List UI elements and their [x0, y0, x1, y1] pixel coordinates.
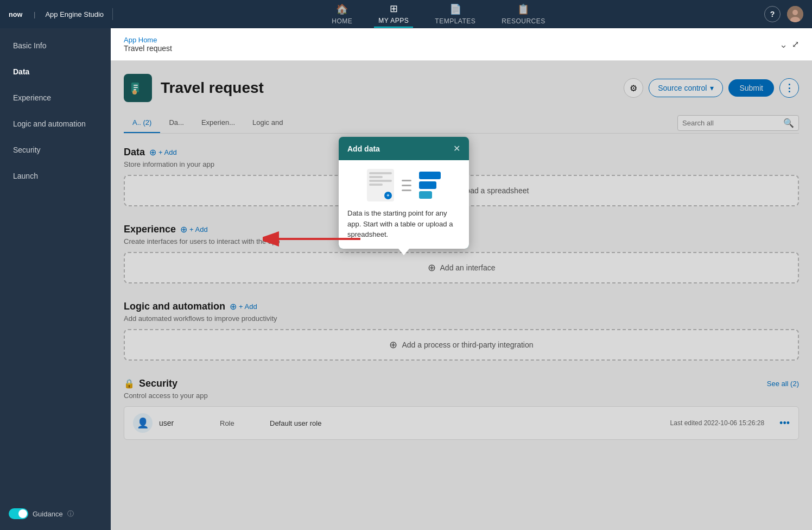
- nav-templates[interactable]: 📄 TEMPLATES: [430, 1, 480, 27]
- modal-close-button[interactable]: ✕: [453, 143, 460, 154]
- sidebar-item-launch[interactable]: Launch: [0, 163, 111, 189]
- sidebar-bottom: Guidance ⓘ: [0, 502, 111, 526]
- modal-illustration: +: [347, 169, 460, 201]
- document-illustration: +: [367, 169, 394, 201]
- app-layout: Basic Info Data Experience Logic and aut…: [0, 28, 812, 530]
- doc-line-2: [369, 176, 383, 178]
- main-content: App Home Travel request ⌄ ⤢: [111, 28, 812, 530]
- modal-title: Add data: [347, 144, 380, 153]
- svg-text:now: now: [9, 11, 22, 18]
- modal-overlay[interactable]: [111, 61, 812, 530]
- sidebar-item-logic[interactable]: Logic and automation: [0, 111, 111, 137]
- doc-line-3: [369, 180, 392, 182]
- modal-pointer-arrow: [398, 249, 409, 255]
- add-data-modal: Add data ✕ +: [339, 137, 469, 249]
- nav-home[interactable]: 🏠 HOME: [327, 1, 357, 27]
- page-area: Travel request ⚙ Source control ▾ Submit…: [111, 61, 812, 530]
- app-name-label: App Engine Studio: [45, 10, 104, 18]
- breadcrumb-current: Travel request: [124, 44, 172, 53]
- breadcrumb-bar: App Home Travel request ⌄ ⤢: [111, 28, 812, 61]
- sidebar-item-experience[interactable]: Experience: [0, 85, 111, 111]
- chevron-down-icon[interactable]: ⌄: [779, 39, 788, 51]
- templates-icon: 📄: [449, 3, 462, 15]
- breadcrumb: App Home Travel request: [124, 36, 172, 53]
- sidebar-item-data[interactable]: Data: [0, 59, 111, 85]
- database-illustration: [419, 172, 441, 199]
- svg-point-2: [792, 10, 798, 15]
- dashes-illustration: [398, 180, 415, 191]
- nav-my-apps[interactable]: ⊞ MY APPS: [374, 1, 413, 28]
- app-logo: now | App Engine Studio: [9, 8, 113, 20]
- home-icon: 🏠: [336, 3, 348, 15]
- expand-icon[interactable]: ⤢: [792, 39, 799, 49]
- modal-body: +: [339, 160, 469, 249]
- user-avatar[interactable]: [787, 6, 803, 22]
- breadcrumb-parent[interactable]: App Home: [124, 36, 172, 44]
- sidebar-item-basic-info[interactable]: Basic Info: [0, 33, 111, 59]
- my-apps-icon: ⊞: [390, 3, 398, 15]
- doc-circle: +: [384, 192, 392, 199]
- breadcrumb-right: ⌄ ⤢: [779, 39, 799, 51]
- doc-line-4: [369, 184, 383, 186]
- modal-description: Data is the starting point for any app. …: [347, 208, 460, 240]
- modal-header: Add data ✕: [339, 137, 469, 160]
- doc-line-1: [369, 172, 392, 174]
- nav-right: ?: [764, 6, 803, 22]
- resources-icon: 📋: [517, 3, 530, 15]
- sidebar-item-security[interactable]: Security: [0, 137, 111, 163]
- nav-center: 🏠 HOME ⊞ MY APPS 📄 TEMPLATES 📋 RESOURCES: [113, 1, 764, 28]
- guidance-toggle[interactable]: [9, 508, 28, 519]
- sidebar: Basic Info Data Experience Logic and aut…: [0, 28, 111, 530]
- top-navigation: now | App Engine Studio 🏠 HOME ⊞ MY APPS…: [0, 0, 812, 28]
- nav-resources[interactable]: 📋 RESOURCES: [497, 1, 550, 27]
- help-button[interactable]: ?: [764, 6, 781, 22]
- guidance-label: Guidance: [33, 510, 63, 518]
- guidance-info-icon: ⓘ: [67, 509, 74, 519]
